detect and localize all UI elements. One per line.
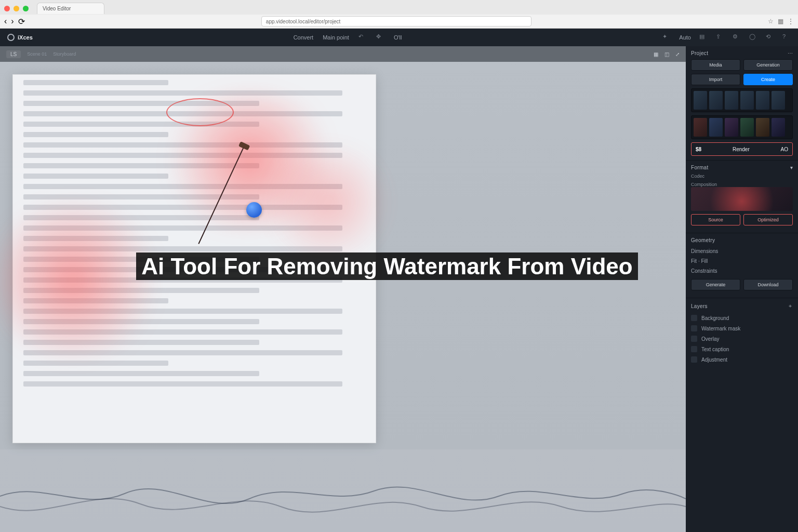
marker-sphere[interactable] xyxy=(246,202,262,218)
topbar-status: O'll xyxy=(394,34,402,41)
panel-project: Project ⋯ Media Generation Import Create xyxy=(686,46,798,161)
tab-generation[interactable]: Generation xyxy=(743,59,793,71)
app-name: iXces xyxy=(18,34,33,41)
add-layer-icon[interactable]: ＋ xyxy=(788,302,793,310)
layers-icon[interactable]: ▤ xyxy=(699,33,708,42)
user-icon[interactable]: ◯ xyxy=(749,33,757,42)
geometry-fit[interactable]: Fit · Fill xyxy=(691,256,793,266)
panel-project-title: Project xyxy=(691,50,708,56)
annotation-ellipse xyxy=(166,98,234,126)
address-text: app.videotool.local/editor/project xyxy=(266,19,340,24)
render-cost-amount: $8 xyxy=(696,147,701,152)
help-icon[interactable]: ? xyxy=(782,33,791,42)
browser-tab[interactable]: Video Editor xyxy=(37,3,104,14)
panel-geometry: Geometry Dimensions Fit · Fill Constrain… xyxy=(686,233,798,298)
logo-icon xyxy=(7,34,15,41)
layer-swatch-icon xyxy=(691,356,697,363)
browser-chrome: Video Editor ‹ › ⟳ app.videotool.local/e… xyxy=(0,0,798,29)
extensions-icon[interactable]: ▦ xyxy=(778,18,783,25)
panel-format-title: Format xyxy=(691,165,708,170)
clip-strip[interactable] xyxy=(691,88,793,112)
collapse-icon[interactable]: ▾ xyxy=(790,165,793,170)
close-window-icon[interactable] xyxy=(4,6,10,11)
menu-icon[interactable]: ⋮ xyxy=(788,18,794,25)
app-root: iXces Convert Main point ↶ ✥ O'll ✦ Auto… xyxy=(0,29,798,532)
bookmark-icon[interactable]: ☆ xyxy=(768,18,774,25)
app-body: LS Scene 01 Storyboard ▦ ◫ ⤢ xyxy=(0,46,798,532)
topbar-menu-mainpoint[interactable]: Main point xyxy=(323,34,349,41)
panel-geometry-title: Geometry xyxy=(691,237,715,243)
app-logo[interactable]: iXces xyxy=(7,34,33,41)
layer-item[interactable]: Watermark mask xyxy=(691,323,793,334)
browser-tab-title: Video Editor xyxy=(43,6,71,11)
option-source[interactable]: Source xyxy=(691,214,740,225)
layer-swatch-icon xyxy=(691,336,697,342)
refresh-icon[interactable]: ⟲ xyxy=(766,33,774,42)
cursor-icon[interactable]: ✥ xyxy=(376,33,384,42)
grid-icon[interactable]: ▦ xyxy=(654,51,658,57)
layer-swatch-icon xyxy=(691,315,697,321)
panel-menu-icon[interactable]: ⋯ xyxy=(788,50,793,56)
panel-format: Format ▾ Codec Composition Source Optimi… xyxy=(686,161,798,233)
topbar-menu-auto[interactable]: Auto xyxy=(679,34,691,41)
geometry-constraints[interactable]: Constraints xyxy=(691,266,793,276)
geometry-dimensions[interactable]: Dimensions xyxy=(691,246,793,256)
render-cost-label: Render xyxy=(733,147,750,152)
browser-tab-strip: Video Editor xyxy=(0,0,798,15)
settings-icon[interactable]: ⚙ xyxy=(733,33,741,42)
address-bar[interactable]: app.videotool.local/editor/project xyxy=(261,16,531,26)
breadcrumb-storyboard[interactable]: Storyboard xyxy=(53,51,76,57)
create-button[interactable]: Create xyxy=(743,74,793,85)
side-panel: Project ⋯ Media Generation Import Create xyxy=(686,46,798,532)
breadcrumb-scene[interactable]: Scene 01 xyxy=(27,51,47,57)
expand-icon[interactable]: ⤢ xyxy=(675,51,680,57)
panel-layers: Layers ＋ Background Watermark mask Overl… xyxy=(686,298,798,532)
browser-toolbar: ‹ › ⟳ app.videotool.local/editor/project… xyxy=(0,15,798,28)
layer-item[interactable]: Overlay xyxy=(691,334,793,344)
window-controls[interactable] xyxy=(4,6,29,11)
panel-layers-title: Layers xyxy=(691,303,708,309)
share-icon[interactable]: ⇪ xyxy=(716,33,724,42)
reload-icon[interactable]: ⟳ xyxy=(18,17,25,26)
forward-icon[interactable]: › xyxy=(11,17,14,26)
format-sub-composition: Composition xyxy=(691,182,793,187)
app-topbar: iXces Convert Main point ↶ ✥ O'll ✦ Auto… xyxy=(0,29,798,46)
layer-swatch-icon xyxy=(691,346,697,352)
tab-ls[interactable]: LS xyxy=(6,50,21,58)
sparkle-icon[interactable]: ✦ xyxy=(662,33,671,42)
layer-item[interactable]: Adjustment xyxy=(691,354,793,365)
crop-icon[interactable]: ◫ xyxy=(664,51,669,57)
timeline[interactable] xyxy=(0,449,686,532)
waveform-icon xyxy=(0,449,686,532)
maximize-window-icon[interactable] xyxy=(23,6,29,11)
import-button[interactable]: Import xyxy=(691,74,740,85)
download-button[interactable]: Download xyxy=(743,279,793,290)
option-optimized[interactable]: Optimized xyxy=(743,214,793,225)
render-cost-action: AO xyxy=(781,147,788,152)
tab-media[interactable]: Media xyxy=(691,59,740,71)
layer-item[interactable]: Text caption xyxy=(691,344,793,354)
generate-button[interactable]: Generate xyxy=(691,279,740,290)
back-icon[interactable]: ‹ xyxy=(4,17,7,26)
undo-icon[interactable]: ↶ xyxy=(358,33,367,42)
render-cost[interactable]: $8 Render AO xyxy=(691,142,793,156)
format-sub-codec: Codec xyxy=(691,174,793,179)
layer-swatch-icon xyxy=(691,325,697,331)
layer-item[interactable]: Background xyxy=(691,313,793,323)
minimize-window-icon[interactable] xyxy=(14,6,19,11)
editor-viewport[interactable]: LS Scene 01 Storyboard ▦ ◫ ⤢ xyxy=(0,46,686,532)
document-sheet xyxy=(12,74,376,443)
preview-thumb[interactable] xyxy=(691,187,793,211)
viewport-toolbar: LS Scene 01 Storyboard ▦ ◫ ⤢ xyxy=(0,46,686,62)
clip-strip[interactable] xyxy=(691,115,793,139)
topbar-menu-convert[interactable]: Convert xyxy=(294,34,314,41)
